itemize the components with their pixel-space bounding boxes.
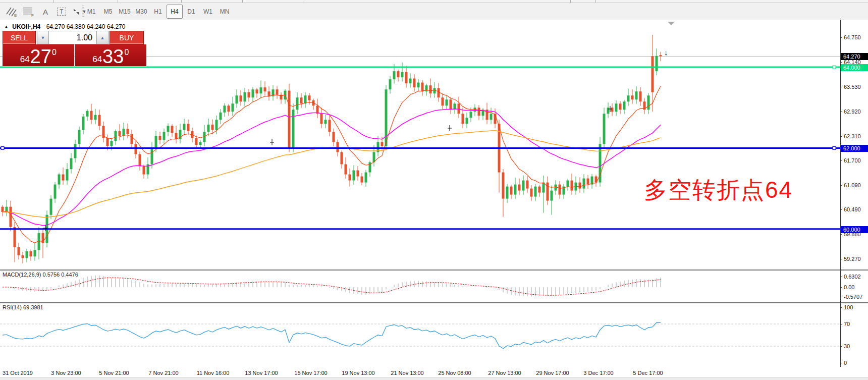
time-label: 5 Dec 17:00 (633, 370, 663, 376)
timeframe-button-m1[interactable]: M1 (83, 5, 99, 19)
hline-handle-64.000-right[interactable] (833, 66, 836, 69)
one-click-trade-panel: SELL ▼ ▲ BUY 64270 64330 (3, 31, 146, 66)
price-tick-label: 61.090 (844, 182, 861, 188)
svg-text:F: F (31, 13, 34, 17)
toolbar-stub-divider (595, 0, 596, 3)
volume-increase-button[interactable]: ▲ (96, 31, 108, 44)
time-label: 21 Nov 13:00 (391, 370, 423, 376)
time-label: 29 Nov 17:00 (536, 370, 569, 376)
medium-ma-line (3, 109, 661, 226)
rsi-canvas (0, 303, 840, 367)
hline-badge-60.000: 60.000 (841, 226, 868, 233)
timeframe-button-m15[interactable]: M15 (117, 5, 133, 19)
bottom-strip (0, 377, 868, 380)
toolbar-stub-divider (181, 0, 182, 3)
price-tick-label: 59.270 (844, 256, 861, 262)
macd-tick-label: 0.00 (844, 284, 854, 290)
chart-toolbar: E F A T ▼ M1M5M15M30H1H4D1W1MN (0, 3, 868, 20)
time-label: 19 Nov 13:00 (342, 370, 374, 376)
rsi-tick-label: 100 (844, 304, 853, 310)
time-label: 27 Nov 13:00 (488, 370, 521, 376)
sell-price-handle: 64 (20, 55, 30, 64)
volume-control: ▼ ▲ (37, 31, 108, 44)
ohlc-readout: 64.270 64.380 64.240 64.270 (46, 23, 126, 30)
rsi-line (3, 322, 661, 349)
mt4-terminal-window: E F A T ▼ M1M5M15M30H1H4D1W1MN ↓ (0, 0, 868, 380)
time-label: 3 Dec 17:00 (583, 370, 613, 376)
rsi-tick-label: 70 (844, 321, 850, 327)
rsi-panel[interactable]: RSI(14) 69.3981 10070300 (0, 303, 868, 368)
equidistant-channel-icon[interactable]: E (3, 5, 20, 19)
slow-ma-line (3, 131, 661, 218)
toolbar-stub-divider (242, 0, 243, 3)
time-label: 15 Nov 17:00 (294, 370, 327, 376)
chart-shift-triangle (668, 22, 675, 25)
current-price-badge: 64.270 (841, 53, 868, 60)
macd-canvas (0, 270, 840, 302)
timeframe-button-d1[interactable]: D1 (183, 5, 199, 19)
hline-handle-62.000-right[interactable] (833, 146, 836, 149)
text-box-icon[interactable]: T (53, 5, 70, 19)
price-axis-border (840, 20, 841, 367)
collapse-one-click-icon[interactable]: ▲ (4, 24, 9, 29)
time-label: 11 Nov 16:00 (197, 370, 230, 376)
time-label: 13 Nov 17:00 (245, 370, 278, 376)
price-tick-label: 62.310 (844, 133, 861, 139)
price-tick-label: 61.700 (844, 157, 861, 164)
macd-tick-label: 0.6302 (844, 274, 861, 280)
sell-price-pip: 0 (52, 48, 57, 57)
hline-badge-64.000: 64.000 (841, 64, 868, 71)
timeframe-button-mn[interactable]: MN (216, 5, 233, 19)
toolbar-stub-divider (53, 0, 54, 3)
timeframe-button-m30[interactable]: M30 (133, 5, 149, 19)
hline-handle-62.000-left[interactable] (1, 146, 4, 149)
volume-decrease-button[interactable]: ▼ (37, 31, 49, 44)
fibonacci-retracement-icon[interactable]: F (20, 5, 37, 19)
down-arrow-marker: ↓ (664, 48, 668, 57)
buy-price-display[interactable]: 64330 (75, 44, 147, 66)
price-tick-label: 60.490 (844, 206, 861, 212)
rsi-tick-label: 30 (844, 343, 850, 349)
macd-signal-line (3, 278, 661, 296)
time-label: 31 Oct 2019 (3, 370, 33, 376)
macd-panel[interactable]: MACD(12,26,9) 0.5756 0.4476 0.63020.00-0… (0, 270, 868, 303)
chart-text-annotation[interactable]: 多空转折点64 (644, 175, 793, 206)
timeframe-button-h1[interactable]: H1 (150, 5, 166, 19)
rsi-label: RSI(14) 69.3981 (3, 304, 43, 310)
text-label-icon[interactable]: A (37, 5, 53, 19)
rsi-tick-label: 0 (844, 360, 847, 366)
price-tick-label: 64.750 (844, 34, 861, 40)
sell-price-display[interactable]: 64270 (3, 44, 74, 66)
fast-ma-line (3, 86, 661, 243)
symbol-header: ▲ UKOil-,H4 64.270 64.380 64.240 64.270 (4, 23, 125, 30)
timeframe-button-h4[interactable]: H4 (167, 5, 183, 19)
volume-input[interactable] (49, 31, 96, 44)
toolbar-stub-divider (118, 0, 118, 3)
price-tick-label: 63.530 (844, 84, 861, 90)
buy-button[interactable]: BUY (110, 31, 144, 44)
buy-price-pip: 0 (124, 48, 129, 57)
time-label: 25 Nov 08:00 (438, 370, 471, 376)
time-label: 7 Nov 21:00 (148, 370, 178, 376)
sell-price-main: 27 (30, 48, 51, 65)
buy-price-handle: 64 (92, 55, 102, 64)
timeframe-button-m5[interactable]: M5 (100, 5, 116, 19)
sell-button[interactable]: SELL (3, 31, 36, 44)
buy-price-main: 33 (102, 48, 124, 65)
macd-tick-label: -0.5707 (844, 294, 862, 300)
svg-text:E: E (14, 13, 17, 17)
time-label: 3 Nov 23:00 (51, 370, 81, 376)
symbol-name: UKOil-,H4 (12, 23, 40, 30)
hline-badge-62.000: 62.000 (841, 145, 868, 152)
timeframe-button-w1[interactable]: W1 (200, 5, 216, 19)
price-tick-label: 62.920 (844, 108, 861, 115)
toolbar-stub-divider (303, 0, 303, 3)
time-label: 5 Nov 21:00 (99, 370, 129, 376)
time-axis[interactable]: 31 Oct 20193 Nov 23:005 Nov 21:007 Nov 2… (0, 367, 868, 377)
macd-label: MACD(12,26,9) 0.5756 0.4476 (3, 272, 78, 278)
toolbar-stub-divider (570, 0, 571, 3)
